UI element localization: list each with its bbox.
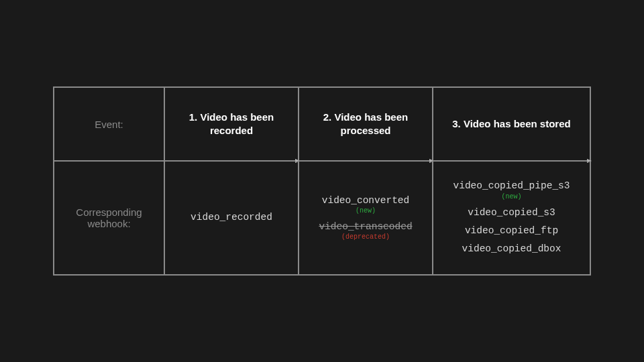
webhook-name: video_recorded [191,212,272,223]
webhook-name: video_copied_ftp [465,225,558,237]
webhook-name: video_copied_dbox [462,243,561,255]
webhook-name: video_copied_pipe_s3 [453,180,570,192]
tag-deprecated: (deprecated) [341,234,390,241]
row-header-event: Event: [54,87,164,161]
label-webhook: Corresponding webhook: [54,206,164,229]
tag-new: (new) [356,208,376,215]
webhook-col-1: video_recorded [164,161,299,275]
event-webhook-table: Event: 1. Video has been recorded 2. Vid… [53,86,591,276]
event-col-3: 3. Video has been stored [433,87,590,161]
webhook-name-deprecated: video_transcoded [319,221,412,233]
event-text: 1. Video has been recorded [165,111,298,138]
webhook-col-3: video_copied_pipe_s3 (new) video_copied_… [433,161,590,275]
tag-new: (new) [501,194,521,200]
webhook-col-2: video_converted (new) video_transcoded (… [299,161,433,275]
webhook-item: video_converted (new) [322,195,410,215]
webhook-item: video_copied_pipe_s3 (new) [453,180,570,200]
label-event: Event: [95,119,123,130]
event-text: 3. Video has been stored [447,117,576,131]
webhook-item: video_transcoded (deprecated) [319,221,412,241]
table-row: Event: 1. Video has been recorded 2. Vid… [54,87,590,161]
webhook-name: video_converted [322,195,410,206]
row-header-webhook: Corresponding webhook: [54,161,164,275]
event-col-1: 1. Video has been recorded [164,87,299,161]
event-col-2: 2. Video has been processed [299,87,433,161]
table-row: Corresponding webhook: video_recorded vi… [54,161,590,275]
event-text: 2. Video has been processed [299,111,432,138]
webhook-name: video_copied_s3 [468,207,555,219]
